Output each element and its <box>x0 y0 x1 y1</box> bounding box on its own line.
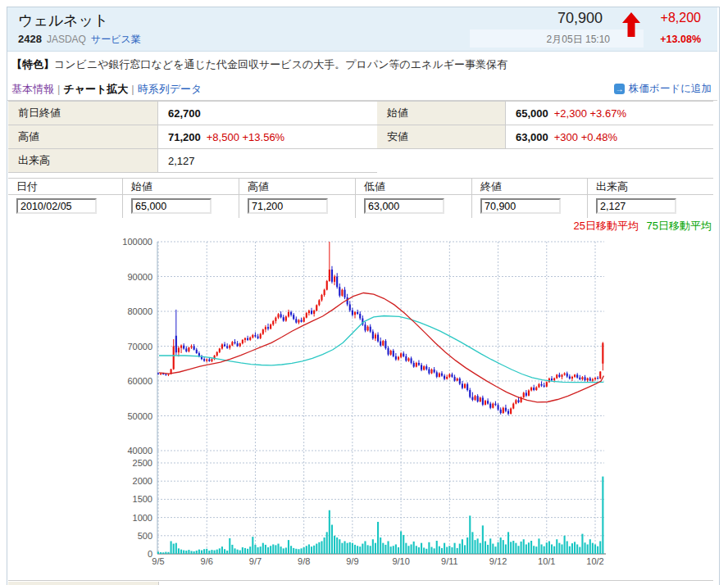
row-label: 始値 <box>377 102 506 125</box>
row-value: 71,200+8,500 +13.56% <box>158 125 377 148</box>
moving-averages-layer <box>159 293 603 402</box>
svg-text:9/8: 9/8 <box>298 556 310 566</box>
form-column-2: 高値 <box>239 179 356 218</box>
add-board-arrow-icon: → <box>614 84 625 94</box>
form-input-5[interactable] <box>596 198 676 214</box>
row-label: 出来高 <box>8 149 158 172</box>
add-board-link[interactable]: →株価ボードに追加 <box>614 82 712 96</box>
page-title: ウェルネット <box>18 11 109 30</box>
form-column-0: 日付 <box>8 179 123 218</box>
ma25-line <box>159 293 603 402</box>
row-value: 2,127 <box>158 149 377 172</box>
add-board-label: 株価ボードに追加 <box>629 82 712 96</box>
svg-text:9/11: 9/11 <box>441 556 458 566</box>
candles-layer <box>157 242 603 415</box>
form-header: 高値 <box>239 179 355 195</box>
svg-text:80000: 80000 <box>127 306 152 316</box>
nav-separator: | <box>57 83 60 95</box>
svg-text:70000: 70000 <box>127 342 152 351</box>
value-number: 65,000 <box>516 107 548 120</box>
up-arrow-icon <box>621 11 641 38</box>
form-header: 日付 <box>8 179 122 195</box>
form-header: 出来高 <box>588 179 713 195</box>
form-header: 始値 <box>123 179 239 195</box>
row-value: 65,000+2,300 +3.67% <box>506 102 713 125</box>
value-delta: +2,300 +3.67% <box>554 107 626 120</box>
svg-text:1000: 1000 <box>133 513 152 523</box>
svg-text:500: 500 <box>138 531 152 541</box>
nav-item-0[interactable]: 基本情報 <box>11 83 54 95</box>
svg-text:2500: 2500 <box>133 458 152 468</box>
form-header: 低値 <box>356 179 471 195</box>
value-number: 2,127 <box>168 155 195 167</box>
legend-ma25: 25日移動平均 <box>573 220 638 232</box>
nav-item-2[interactable]: 時系列データ <box>138 83 202 95</box>
next-section-cutoff <box>8 580 713 585</box>
form-column-3: 低値 <box>356 179 472 218</box>
stock-code: 2428 <box>18 33 42 45</box>
chart-area: 1000009000080000700006000050000400002500… <box>8 237 712 576</box>
quote-time: 2月05日 15:10 <box>547 33 610 47</box>
summary-table-right: 始値65,000+2,300 +3.67%安値63,000+300 +0.48% <box>377 101 713 149</box>
row-label: 前日終値 <box>8 102 158 125</box>
feature-text: コンビニや銀行窓口などを通じた代金回収サービスの大手。プロパン等のエネルギー事業… <box>54 58 507 70</box>
price-change: +8,200 <box>661 11 701 25</box>
stock-chart: 1000009000080000700006000050000400002500… <box>8 237 712 576</box>
table-row: 前日終値62,700 <box>8 102 377 125</box>
svg-text:9/10: 9/10 <box>392 556 409 566</box>
feature-row: 【特色】コンビニや銀行窓口などを通じた代金回収サービスの大手。プロパン等のエネル… <box>11 57 708 72</box>
table-row: 高値71,200+8,500 +13.56% <box>8 125 377 149</box>
chart-legend: 25日移動平均 75日移動平均 <box>573 219 712 234</box>
form-input-0[interactable] <box>16 198 97 214</box>
svg-text:9/6: 9/6 <box>201 556 213 566</box>
form-column-5: 出来高 <box>588 179 713 218</box>
ma75-line <box>159 316 603 383</box>
feature-label: 【特色】 <box>11 58 54 70</box>
table-row: 出来高2,127 <box>8 149 377 173</box>
form-input-4[interactable] <box>480 198 561 214</box>
current-price: 70,900 <box>557 10 603 27</box>
row-label: 安値 <box>377 125 506 148</box>
legend-ma75: 75日移動平均 <box>647 220 712 232</box>
nav-links: 基本情報|チャート拡大|時系列データ <box>11 82 202 97</box>
svg-text:9/9: 9/9 <box>346 556 358 566</box>
svg-text:50000: 50000 <box>127 411 152 421</box>
value-number: 71,200 <box>168 131 201 143</box>
nav-separator: | <box>131 83 134 95</box>
form-input-1[interactable] <box>131 198 212 214</box>
svg-text:9/12: 9/12 <box>489 556 507 566</box>
svg-text:9/7: 9/7 <box>249 556 262 566</box>
nav-item-1: チャート拡大 <box>63 83 128 95</box>
next-section-label-cell <box>8 582 159 585</box>
stock-code-line: 2428JASDAQサービス業 <box>18 33 141 47</box>
form-column-4: 終値 <box>472 179 588 218</box>
form-input-3[interactable] <box>364 198 444 214</box>
svg-text:2000: 2000 <box>133 476 152 486</box>
price-change-pct: +13.08% <box>660 34 701 45</box>
row-label: 高値 <box>8 125 158 148</box>
table-row: 始値65,000+2,300 +3.67% <box>377 102 713 125</box>
value-delta: +8,500 +13.56% <box>207 131 284 143</box>
sector-link[interactable]: サービス業 <box>91 34 141 45</box>
table-row: 安値63,000+300 +0.48% <box>377 125 713 149</box>
row-value: 62,700 <box>158 102 377 125</box>
volume-bars-layer <box>157 477 603 554</box>
svg-text:90000: 90000 <box>127 272 152 282</box>
value-delta: +300 +0.48% <box>554 131 617 143</box>
summary-table-left: 前日終値62,700高値71,200+8,500 +13.56%出来高2,127 <box>8 101 377 173</box>
svg-text:9/5: 9/5 <box>152 556 164 566</box>
value-number: 62,700 <box>168 107 201 120</box>
svg-text:10/2: 10/2 <box>586 556 603 566</box>
svg-text:1500: 1500 <box>133 494 152 504</box>
svg-text:60000: 60000 <box>127 376 152 386</box>
market-name: JASDAQ <box>47 34 86 45</box>
svg-text:10/1: 10/1 <box>538 556 555 566</box>
svg-text:100000: 100000 <box>122 237 152 247</box>
form-column-1: 始値 <box>123 179 239 218</box>
form-input-2[interactable] <box>248 198 328 214</box>
ohlc-form: 日付始値高値低値終値出来高 <box>8 178 713 218</box>
value-number: 63,000 <box>516 131 548 143</box>
svg-text:40000: 40000 <box>127 446 152 456</box>
form-header: 終値 <box>472 179 587 195</box>
row-value: 63,000+300 +0.48% <box>506 125 713 148</box>
